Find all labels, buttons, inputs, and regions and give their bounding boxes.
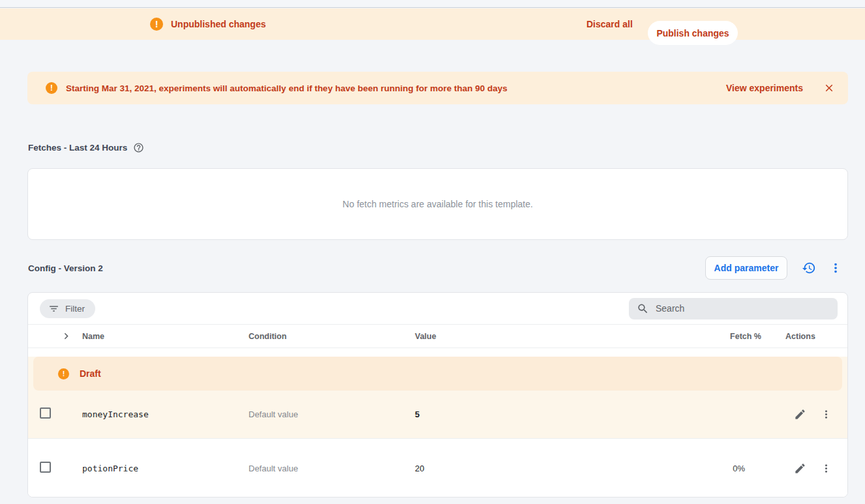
add-parameter-button[interactable]: Add parameter xyxy=(705,256,787,280)
edit-icon[interactable] xyxy=(794,462,806,475)
draft-banner: ! Draft xyxy=(33,357,842,391)
discard-all-button[interactable]: Discard all xyxy=(586,8,633,40)
warning-icon: ! xyxy=(58,368,69,379)
config-section-header: Config - Version 2 Add parameter xyxy=(27,256,848,280)
draft-label: Draft xyxy=(80,368,101,379)
unpublished-changes-label: Unpublished changes xyxy=(171,8,266,40)
row-actions xyxy=(761,462,847,475)
remote-config-screen: ! Unpublished changes Discard all Publis… xyxy=(0,0,865,504)
row-checkbox[interactable] xyxy=(40,462,51,473)
table-row: potionPrice Default value 20 0% xyxy=(28,439,847,497)
column-header-actions: Actions xyxy=(761,332,847,341)
config-title: Config - Version 2 xyxy=(28,263,103,273)
row-actions xyxy=(761,408,847,421)
parameters-card: Filter Name Condition Value Fetch % Acti… xyxy=(27,292,848,497)
more-options-icon[interactable] xyxy=(828,261,843,275)
table-row: moneyIncrease Default value 5 xyxy=(28,391,847,438)
fetches-section-header: Fetches - Last 24 Hours xyxy=(28,142,144,153)
parameter-fetch-percent: 0% xyxy=(733,464,761,473)
unpublished-changes-bar: ! Unpublished changes Discard all Publis… xyxy=(0,8,865,40)
warning-icon: ! xyxy=(46,82,57,94)
more-options-icon[interactable] xyxy=(820,462,832,475)
table-toolbar: Filter xyxy=(28,293,847,325)
fetch-metrics-card: No fetch metrics are available for this … xyxy=(27,168,848,240)
column-header-value: Value xyxy=(415,332,704,341)
publish-changes-button[interactable]: Publish changes xyxy=(648,21,738,45)
history-icon[interactable] xyxy=(802,261,816,275)
experiments-notice-banner: ! Starting Mar 31, 2021, experiments wil… xyxy=(27,72,848,104)
filter-button[interactable]: Filter xyxy=(40,299,95,318)
close-icon[interactable] xyxy=(823,82,835,94)
empty-state-message: No fetch metrics are available for this … xyxy=(342,199,533,209)
parameter-value: 5 xyxy=(415,409,704,419)
edit-icon[interactable] xyxy=(794,408,806,421)
parameter-condition: Default value xyxy=(249,464,415,473)
column-header-condition: Condition xyxy=(249,332,415,341)
search-input[interactable] xyxy=(656,303,830,314)
fetches-title: Fetches - Last 24 Hours xyxy=(28,143,127,153)
more-options-icon[interactable] xyxy=(820,408,832,421)
help-icon[interactable] xyxy=(133,142,144,153)
view-experiments-link[interactable]: View experiments xyxy=(726,83,803,93)
column-header-name: Name xyxy=(82,332,249,341)
chevron-right-icon[interactable] xyxy=(60,330,72,342)
table-header: Name Condition Value Fetch % Actions xyxy=(28,325,847,348)
filter-label: Filter xyxy=(65,304,85,314)
parameter-name: moneyIncrease xyxy=(82,409,249,419)
top-strip xyxy=(0,0,865,8)
search-icon xyxy=(637,303,649,315)
column-header-fetch-percent: Fetch % xyxy=(730,332,761,341)
search-box[interactable] xyxy=(629,298,838,319)
parameter-condition: Default value xyxy=(249,409,415,419)
row-checkbox[interactable] xyxy=(40,408,51,419)
notice-message: Starting Mar 31, 2021, experiments will … xyxy=(66,83,508,93)
parameter-value: 20 xyxy=(415,464,704,473)
warning-icon: ! xyxy=(150,18,163,31)
filter-icon xyxy=(48,303,59,314)
parameter-name: potionPrice xyxy=(82,464,249,473)
draft-group: ! Draft moneyIncrease Default value 5 xyxy=(28,357,847,439)
